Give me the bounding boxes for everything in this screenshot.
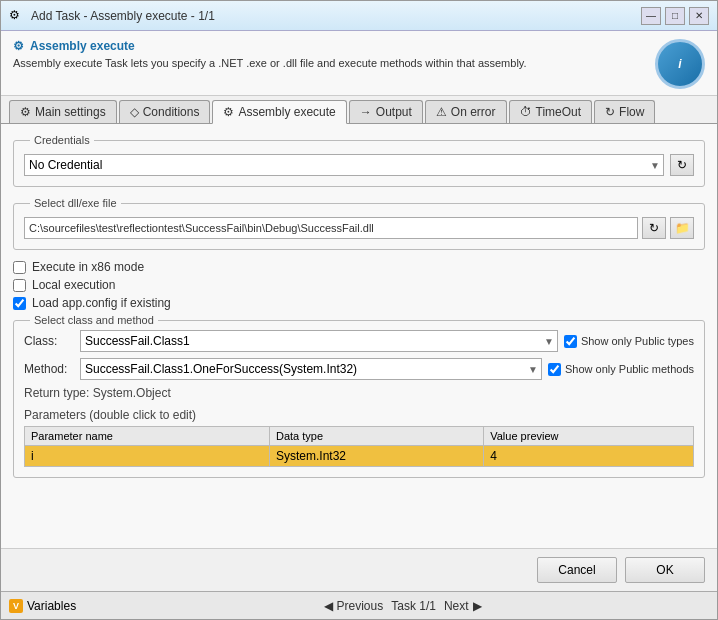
statusbar: V Variables ◀ Previous Task 1/1 Next ▶ <box>1 591 717 619</box>
titlebar: ⚙ Add Task - Assembly execute - 1/1 — □ … <box>1 1 717 31</box>
load-app-config-label[interactable]: Load app.config if existing <box>32 296 171 310</box>
dll-section: Select dll/exe file ↻ 📁 <box>13 197 705 250</box>
class-row: Class: SuccessFail.Class1 ▼ Show only Pu… <box>24 330 694 352</box>
on-error-icon: ⚠ <box>436 105 447 119</box>
next-arrow-icon: ▶ <box>473 599 482 613</box>
credential-select[interactable]: No Credential <box>24 154 664 176</box>
header-section: ⚙ Assembly execute Assembly execute Task… <box>1 31 717 96</box>
cancel-button[interactable]: Cancel <box>537 557 617 583</box>
assembly-execute-icon: ⚙ <box>223 105 234 119</box>
method-select-wrapper: SuccessFail.Class1.OneForSuccess(System.… <box>80 358 542 380</box>
return-type: Return type: System.Object <box>24 386 694 400</box>
method-select[interactable]: SuccessFail.Class1.OneForSuccess(System.… <box>80 358 542 380</box>
tab-timeout[interactable]: ⏱ TimeOut <box>509 100 593 123</box>
window-title: Add Task - Assembly execute - 1/1 <box>31 9 641 23</box>
next-label: Next <box>444 599 469 613</box>
output-icon: → <box>360 105 372 119</box>
main-window: ⚙ Add Task - Assembly execute - 1/1 — □ … <box>0 0 718 620</box>
next-button[interactable]: Next ▶ <box>444 599 482 613</box>
header-icon: ⚙ <box>13 39 24 53</box>
load-app-config-row: Load app.config if existing <box>13 296 705 310</box>
credentials-row: No Credential ▼ ↻ <box>24 154 694 176</box>
credentials-section: Credentials No Credential ▼ ↻ <box>13 134 705 187</box>
parameters-table: Parameter name Data type Value preview i… <box>24 426 694 467</box>
tab-flow[interactable]: ↻ Flow <box>594 100 655 123</box>
parameters-title: Parameters (double click to edit) <box>24 408 694 422</box>
titlebar-controls: — □ ✕ <box>641 7 709 25</box>
dll-row: ↻ 📁 <box>24 217 694 239</box>
statusbar-nav: ◀ Previous Task 1/1 Next ▶ <box>96 599 709 613</box>
class-select[interactable]: SuccessFail.Class1 <box>80 330 558 352</box>
previous-arrow-icon: ◀ <box>324 599 333 613</box>
title-icon: ⚙ <box>9 8 25 24</box>
credential-select-wrapper: No Credential ▼ <box>24 154 664 176</box>
ok-button[interactable]: OK <box>625 557 705 583</box>
class-select-wrapper: SuccessFail.Class1 ▼ <box>80 330 558 352</box>
data-type-cell: System.Int32 <box>269 446 483 467</box>
credentials-legend: Credentials <box>30 134 94 146</box>
table-row[interactable]: i System.Int32 4 <box>25 446 694 467</box>
previous-button[interactable]: ◀ Previous <box>324 599 384 613</box>
dll-browse-button[interactable]: 📁 <box>670 217 694 239</box>
flow-icon: ↻ <box>605 105 615 119</box>
tab-output[interactable]: → Output <box>349 100 423 123</box>
show-public-methods-row: Show only Public methods <box>548 363 694 376</box>
bottom-buttons: Cancel OK <box>1 548 717 591</box>
variables-icon: V <box>9 599 23 613</box>
timeout-icon: ⏱ <box>520 105 532 119</box>
method-row: Method: SuccessFail.Class1.OneForSuccess… <box>24 358 694 380</box>
show-public-types-row: Show only Public types <box>564 335 694 348</box>
show-public-types-checkbox[interactable] <box>564 335 577 348</box>
header-title-row: ⚙ Assembly execute <box>13 39 527 53</box>
local-execution-row: Local execution <box>13 278 705 292</box>
tab-assembly-execute[interactable]: ⚙ Assembly execute <box>212 100 346 124</box>
tab-on-error[interactable]: ⚠ On error <box>425 100 507 123</box>
main-settings-icon: ⚙ <box>20 105 31 119</box>
variables-button[interactable]: V Variables <box>9 599 76 613</box>
col-data-type: Data type <box>269 427 483 446</box>
tab-conditions[interactable]: ◇ Conditions <box>119 100 211 123</box>
show-public-methods-label[interactable]: Show only Public methods <box>565 363 694 375</box>
info-icon: i <box>655 39 705 89</box>
tab-main-settings[interactable]: ⚙ Main settings <box>9 100 117 123</box>
local-execution-label[interactable]: Local execution <box>32 278 115 292</box>
previous-label: Previous <box>337 599 384 613</box>
parameters-body: i System.Int32 4 <box>25 446 694 467</box>
param-name-cell: i <box>25 446 270 467</box>
credential-refresh-button[interactable]: ↻ <box>670 154 694 176</box>
dll-refresh-button[interactable]: ↻ <box>642 217 666 239</box>
parameters-header: Parameter name Data type Value preview <box>25 427 694 446</box>
header-title-text: Assembly execute <box>30 39 135 53</box>
maximize-button[interactable]: □ <box>665 7 685 25</box>
tab-bar: ⚙ Main settings ◇ Conditions ⚙ Assembly … <box>1 96 717 124</box>
execute-x86-row: Execute in x86 mode <box>13 260 705 274</box>
main-content: Credentials No Credential ▼ ↻ Select dll… <box>1 124 717 548</box>
variables-label: Variables <box>27 599 76 613</box>
minimize-button[interactable]: — <box>641 7 661 25</box>
show-public-methods-checkbox[interactable] <box>548 363 561 376</box>
class-label: Class: <box>24 334 74 348</box>
local-execution-checkbox[interactable] <box>13 279 26 292</box>
execute-x86-label[interactable]: Execute in x86 mode <box>32 260 144 274</box>
task-indicator: Task 1/1 <box>391 599 436 613</box>
dll-path-input[interactable] <box>24 217 638 239</box>
close-button[interactable]: ✕ <box>689 7 709 25</box>
conditions-icon: ◇ <box>130 105 139 119</box>
execute-x86-checkbox[interactable] <box>13 261 26 274</box>
value-preview-cell: 4 <box>484 446 694 467</box>
col-param-name: Parameter name <box>25 427 270 446</box>
dll-legend: Select dll/exe file <box>30 197 121 209</box>
col-value-preview: Value preview <box>484 427 694 446</box>
load-app-config-checkbox[interactable] <box>13 297 26 310</box>
method-label: Method: <box>24 362 74 376</box>
class-method-legend: Select class and method <box>30 314 158 326</box>
show-public-types-label[interactable]: Show only Public types <box>581 335 694 347</box>
header-description: Assembly execute Task lets you specify a… <box>13 57 527 69</box>
class-method-section: Select class and method Class: SuccessFa… <box>13 314 705 478</box>
